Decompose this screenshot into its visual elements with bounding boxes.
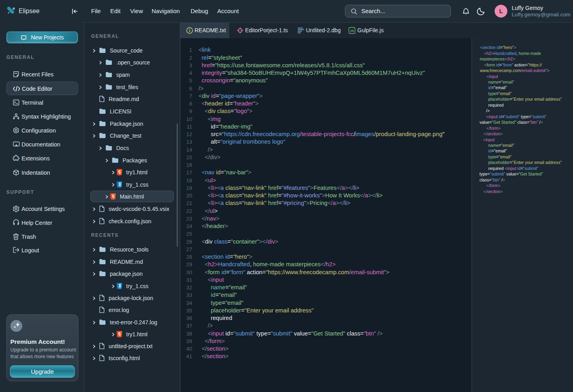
svg-text:5: 5 xyxy=(118,332,121,336)
svg-text:JS: JS xyxy=(350,29,354,33)
svg-text:5: 5 xyxy=(112,194,114,199)
svg-text:5: 5 xyxy=(118,170,121,174)
svg-text:3: 3 xyxy=(118,182,121,187)
svg-text:3: 3 xyxy=(118,283,121,288)
